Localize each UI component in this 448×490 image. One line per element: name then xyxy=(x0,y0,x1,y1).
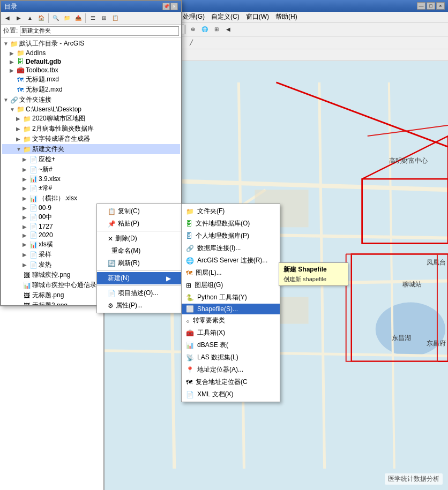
tree-mxd2[interactable]: 🗺 无标题2.mxd xyxy=(2,85,180,95)
tree-new-folder[interactable]: ▼ 📁 新建文件夹 xyxy=(2,144,180,154)
tree-tts[interactable]: ▶ 📁 文字转成语音生成器 xyxy=(2,134,180,144)
ctx-rename[interactable]: 重命名(M) xyxy=(97,245,182,257)
expand-arcgis[interactable]: ▼ xyxy=(3,41,10,47)
ctx-copy[interactable]: 📋 复制(C) xyxy=(97,205,182,217)
sub-las[interactable]: 📡 LAS 数据集(L) xyxy=(182,351,280,364)
sub-persongdb[interactable]: 🗄 个人地理数据库(P) xyxy=(182,230,280,242)
cat-view-btn[interactable]: ☰ xyxy=(87,13,98,24)
minimize-button[interactable]: — xyxy=(417,2,425,10)
tree-file-connect[interactable]: ▼ 🔗 文件夹连接 xyxy=(2,95,180,105)
sub-feature[interactable]: ⬦ 转零要素类 xyxy=(182,314,280,327)
close-button[interactable]: × xyxy=(436,2,445,10)
expand-2020b[interactable]: ▶ xyxy=(23,232,29,238)
ctx-paste[interactable]: 📌 粘贴(P) xyxy=(97,217,182,230)
sub-toolbox[interactable]: 🧰 工具箱(X) xyxy=(182,327,280,339)
sub-dbconn[interactable]: 🔗 数据库连接(I)... xyxy=(182,242,280,254)
cat-home-btn[interactable]: 🏠 xyxy=(36,13,47,24)
expand-ext[interactable]: ▶ xyxy=(23,176,29,182)
cat-connect-btn[interactable]: 📁 xyxy=(62,13,72,24)
expand-00z[interactable]: ▶ xyxy=(23,214,29,220)
sub-dbase[interactable]: 📊 dBASE 表( xyxy=(182,339,280,351)
expand-lcpng[interactable] xyxy=(16,272,23,278)
sub-compound[interactable]: 🗺 复合地址定位器(C xyxy=(182,376,280,388)
menu-customize[interactable]: 自定义(C) xyxy=(208,12,243,22)
globe-btn[interactable]: 🌐 xyxy=(199,24,211,35)
expand-dgdb[interactable]: ▶ xyxy=(10,59,16,65)
tree-feb-db[interactable]: ▶ 📁 2月病毒性脑炎数据库 xyxy=(2,124,180,134)
expand-wt2png[interactable] xyxy=(16,303,23,305)
cat-back-btn[interactable]: ◀ xyxy=(2,13,13,24)
tree-arcgis-root[interactable]: ▼ 📁 默认工作目录 - ArcGIS xyxy=(2,39,180,49)
ctx-rename-label: 重命名(M) xyxy=(111,246,140,255)
tree-addins[interactable]: ▶ 📁 AddIns xyxy=(2,49,180,57)
tree-mxd1[interactable]: 🗺 无标题.mxd xyxy=(2,74,180,85)
expand-fconn[interactable]: ▼ xyxy=(3,97,10,103)
sub-shapefile-icon: ⬜ xyxy=(186,305,194,313)
menu-window[interactable]: 窗口(W) xyxy=(243,12,272,22)
expand-yj1[interactable]: ▶ xyxy=(23,156,29,162)
expand-pm[interactable]: ▶ xyxy=(23,185,29,191)
tree-desktop[interactable]: ▼ 📁 C:\Users\L\Desktop xyxy=(2,105,180,114)
tree-default-gdb[interactable]: ▶ 🗄 Default.gdb xyxy=(2,57,180,66)
tree-2020map[interactable]: ▶ 📁 2020聊城市区地图 xyxy=(2,114,180,124)
sub-xml[interactable]: 📄 XML 文档(X) xyxy=(182,388,280,401)
maximize-button[interactable]: □ xyxy=(427,2,435,10)
ctx-delete[interactable]: ✕ 删除(D) xyxy=(97,232,182,245)
tree-toolbox[interactable]: ▶ 🧰 Toolbox.tbx xyxy=(2,66,180,74)
cat-up-btn[interactable]: ▲ xyxy=(25,13,35,24)
watermark-text: 医学统计数据分析 xyxy=(388,475,439,483)
tree-pm[interactable]: ▶ 📄 ±常# xyxy=(2,183,180,193)
expand-mxd2[interactable] xyxy=(10,87,16,93)
cat-disconnect-btn[interactable]: 📤 xyxy=(73,13,84,24)
catalog-close-btn[interactable]: × xyxy=(170,3,178,10)
tree-xin[interactable]: ▶ 📄 ~新# xyxy=(2,164,180,175)
ctx-copy-label: 复制(C) xyxy=(118,207,140,216)
sub-folder-label: 文件夹(F) xyxy=(197,207,225,216)
expand-xin[interactable]: ▶ xyxy=(23,167,29,172)
ctx-new[interactable]: 新建(N) ▶ xyxy=(97,272,182,284)
sub-layergroup[interactable]: ⊞ 图层组(G) xyxy=(182,279,280,291)
expand-tbx[interactable]: ▶ xyxy=(10,67,16,73)
ctx-desc[interactable]: 📄 项目描述(O)... xyxy=(97,287,182,299)
sub-arcgis-server[interactable]: 🌐 ArcGIS Server 连接(R)... xyxy=(182,254,280,267)
catalog-pin-btn[interactable]: 📌 xyxy=(162,3,170,10)
sub-locator[interactable]: 📍 地址定位器(A)... xyxy=(182,364,280,376)
expand-hx[interactable]: ▶ xyxy=(23,195,29,201)
sub-shapefile[interactable]: ⬜ Shapefile(S)... xyxy=(182,304,280,314)
cat-detail-btn[interactable]: 📋 xyxy=(110,13,121,24)
menu-help[interactable]: 帮助(H) xyxy=(272,12,301,22)
expand-xls[interactable]: ▶ xyxy=(23,242,29,247)
sub-folder[interactable]: 📁 文件夹(F) xyxy=(182,205,280,217)
ctx-refresh[interactable]: 🔄 刷新(R) xyxy=(97,257,182,269)
tree-hx[interactable]: ▶ 📊 （横排）.xlsx xyxy=(2,193,180,203)
expand-wtpng[interactable] xyxy=(16,292,23,298)
ctx-props[interactable]: ⚙ 属性(P)... xyxy=(97,299,182,312)
expand-009[interactable]: ▶ xyxy=(23,205,29,211)
cat-forward-btn[interactable]: ▶ xyxy=(13,13,24,24)
expand-1727[interactable]: ▶ xyxy=(23,224,29,230)
yj1-icon: 📄 xyxy=(29,156,38,163)
expand-sample[interactable]: ▶ xyxy=(23,252,29,258)
expand-fever[interactable]: ▶ xyxy=(23,262,29,268)
sub-layer[interactable]: 🗺 图层(L)... xyxy=(182,267,280,279)
sub-filegdb[interactable]: 🗄 文件地理数据库(O) xyxy=(182,217,280,230)
expand-addins[interactable]: ▶ xyxy=(10,50,16,56)
expand-desktop[interactable]: ▼ xyxy=(10,107,16,112)
expand-mxd1[interactable] xyxy=(10,77,16,82)
expand-2020map[interactable]: ▶ xyxy=(16,116,23,122)
line-btn[interactable]: ╱ xyxy=(185,37,197,49)
cat-thumbnail-btn[interactable]: ⊞ xyxy=(99,13,109,24)
expand-newfolder[interactable]: ▼ xyxy=(16,146,23,152)
zoom-full-btn[interactable]: ⊕ xyxy=(187,24,199,35)
tree-yj1[interactable]: ▶ 📄 应检+ xyxy=(2,154,180,164)
expand-febdb[interactable]: ▶ xyxy=(16,126,23,132)
sub-python[interactable]: 🐍 Python 工具箱(Y) xyxy=(182,291,280,304)
expand-lcxlsx[interactable] xyxy=(16,282,23,288)
expand-tts[interactable]: ▶ xyxy=(16,136,23,142)
back-btn[interactable]: ◀ xyxy=(222,24,234,35)
cat-search-btn[interactable]: 🔍 xyxy=(50,13,61,24)
sub-arcgis-icon: 🌐 xyxy=(186,257,194,265)
grid-btn[interactable]: ⊞ xyxy=(211,24,222,35)
location-input[interactable] xyxy=(20,26,179,36)
tree-ext[interactable]: ▶ 📊 3.9.xlsx xyxy=(2,175,180,183)
